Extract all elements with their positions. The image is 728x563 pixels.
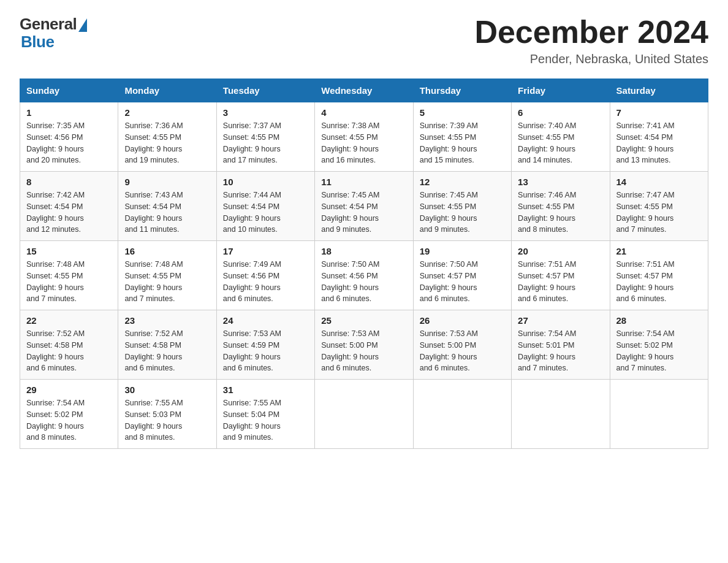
month-title: December 2024 — [474, 15, 708, 50]
calendar-cell: 6Sunrise: 7:40 AMSunset: 4:55 PMDaylight… — [512, 102, 610, 172]
weekday-header-sunday: Sunday — [20, 79, 118, 102]
day-number: 23 — [124, 315, 210, 326]
day-info: Sunrise: 7:45 AMSunset: 4:54 PMDaylight:… — [321, 190, 406, 236]
day-info: Sunrise: 7:47 AMSunset: 4:55 PMDaylight:… — [616, 190, 702, 236]
day-number: 2 — [124, 107, 210, 118]
logo-triangle-icon — [78, 18, 87, 32]
day-number: 7 — [616, 107, 702, 118]
day-number: 19 — [420, 246, 505, 256]
day-info: Sunrise: 7:53 AMSunset: 5:00 PMDaylight:… — [420, 328, 505, 374]
week-row-5: 29Sunrise: 7:54 AMSunset: 5:02 PMDayligh… — [20, 380, 708, 449]
day-number: 31 — [223, 385, 308, 395]
calendar-cell: 24Sunrise: 7:53 AMSunset: 4:59 PMDayligh… — [216, 310, 314, 380]
location: Pender, Nebraska, United States — [474, 52, 708, 66]
day-number: 3 — [223, 107, 308, 118]
calendar-cell: 8Sunrise: 7:42 AMSunset: 4:54 PMDaylight… — [20, 172, 118, 241]
day-info: Sunrise: 7:51 AMSunset: 4:57 PMDaylight:… — [616, 259, 702, 305]
day-number: 10 — [223, 177, 308, 187]
calendar-cell: 18Sunrise: 7:50 AMSunset: 4:56 PMDayligh… — [315, 241, 413, 310]
day-number: 13 — [518, 177, 603, 187]
day-number: 30 — [124, 385, 210, 395]
title-area: December 2024 Pender, Nebraska, United S… — [474, 15, 708, 66]
day-info: Sunrise: 7:52 AMSunset: 4:58 PMDaylight:… — [124, 328, 210, 374]
day-info: Sunrise: 7:42 AMSunset: 4:54 PMDaylight:… — [26, 190, 112, 236]
day-number: 16 — [124, 246, 210, 256]
calendar-cell: 22Sunrise: 7:52 AMSunset: 4:58 PMDayligh… — [20, 310, 118, 380]
page-header: General Blue December 2024 Pender, Nebra… — [20, 15, 708, 66]
day-info: Sunrise: 7:36 AMSunset: 4:55 PMDaylight:… — [124, 120, 210, 166]
calendar-cell — [610, 380, 708, 449]
day-info: Sunrise: 7:54 AMSunset: 5:01 PMDaylight:… — [518, 328, 603, 374]
day-info: Sunrise: 7:48 AMSunset: 4:55 PMDaylight:… — [26, 259, 112, 305]
calendar-cell: 17Sunrise: 7:49 AMSunset: 4:56 PMDayligh… — [216, 241, 314, 310]
weekday-header-saturday: Saturday — [610, 79, 708, 102]
calendar-cell: 26Sunrise: 7:53 AMSunset: 5:00 PMDayligh… — [413, 310, 511, 380]
day-number: 14 — [616, 177, 702, 187]
day-number: 24 — [223, 315, 308, 326]
day-info: Sunrise: 7:38 AMSunset: 4:55 PMDaylight:… — [321, 120, 406, 166]
calendar-cell — [512, 380, 610, 449]
calendar-cell: 7Sunrise: 7:41 AMSunset: 4:54 PMDaylight… — [610, 102, 708, 172]
calendar-cell: 4Sunrise: 7:38 AMSunset: 4:55 PMDaylight… — [315, 102, 413, 172]
day-info: Sunrise: 7:53 AMSunset: 5:00 PMDaylight:… — [321, 328, 406, 374]
day-number: 26 — [420, 315, 505, 326]
day-number: 21 — [616, 246, 702, 256]
calendar-cell — [315, 380, 413, 449]
calendar-cell: 30Sunrise: 7:55 AMSunset: 5:03 PMDayligh… — [118, 380, 216, 449]
day-info: Sunrise: 7:37 AMSunset: 4:55 PMDaylight:… — [223, 120, 308, 166]
calendar-cell: 23Sunrise: 7:52 AMSunset: 4:58 PMDayligh… — [118, 310, 216, 380]
day-number: 20 — [518, 246, 603, 256]
calendar-cell: 20Sunrise: 7:51 AMSunset: 4:57 PMDayligh… — [512, 241, 610, 310]
day-number: 8 — [26, 177, 112, 187]
calendar-cell: 21Sunrise: 7:51 AMSunset: 4:57 PMDayligh… — [610, 241, 708, 310]
day-number: 15 — [26, 246, 112, 256]
day-info: Sunrise: 7:41 AMSunset: 4:54 PMDaylight:… — [616, 120, 702, 166]
day-info: Sunrise: 7:45 AMSunset: 4:55 PMDaylight:… — [420, 190, 505, 236]
calendar-cell: 2Sunrise: 7:36 AMSunset: 4:55 PMDaylight… — [118, 102, 216, 172]
calendar-cell: 14Sunrise: 7:47 AMSunset: 4:55 PMDayligh… — [610, 172, 708, 241]
day-info: Sunrise: 7:55 AMSunset: 5:03 PMDaylight:… — [124, 397, 210, 443]
day-number: 17 — [223, 246, 308, 256]
calendar-table: SundayMondayTuesdayWednesdayThursdayFrid… — [20, 79, 708, 449]
day-info: Sunrise: 7:35 AMSunset: 4:56 PMDaylight:… — [26, 120, 112, 166]
week-row-3: 15Sunrise: 7:48 AMSunset: 4:55 PMDayligh… — [20, 241, 708, 310]
week-row-4: 22Sunrise: 7:52 AMSunset: 4:58 PMDayligh… — [20, 310, 708, 380]
calendar-cell: 27Sunrise: 7:54 AMSunset: 5:01 PMDayligh… — [512, 310, 610, 380]
day-info: Sunrise: 7:51 AMSunset: 4:57 PMDaylight:… — [518, 259, 603, 305]
day-number: 9 — [124, 177, 210, 187]
calendar-cell — [413, 380, 511, 449]
day-info: Sunrise: 7:44 AMSunset: 4:54 PMDaylight:… — [223, 190, 308, 236]
logo-general-text: General — [20, 15, 77, 34]
calendar-cell: 3Sunrise: 7:37 AMSunset: 4:55 PMDaylight… — [216, 102, 314, 172]
day-number: 25 — [321, 315, 406, 326]
day-info: Sunrise: 7:50 AMSunset: 4:57 PMDaylight:… — [420, 259, 505, 305]
calendar-cell: 31Sunrise: 7:55 AMSunset: 5:04 PMDayligh… — [216, 380, 314, 449]
calendar-cell: 29Sunrise: 7:54 AMSunset: 5:02 PMDayligh… — [20, 380, 118, 449]
calendar-cell: 15Sunrise: 7:48 AMSunset: 4:55 PMDayligh… — [20, 241, 118, 310]
day-info: Sunrise: 7:43 AMSunset: 4:54 PMDaylight:… — [124, 190, 210, 236]
calendar-cell: 5Sunrise: 7:39 AMSunset: 4:55 PMDaylight… — [413, 102, 511, 172]
day-number: 12 — [420, 177, 505, 187]
day-info: Sunrise: 7:40 AMSunset: 4:55 PMDaylight:… — [518, 120, 603, 166]
day-number: 11 — [321, 177, 406, 187]
logo-blue-text: Blue — [20, 33, 54, 52]
calendar-cell: 11Sunrise: 7:45 AMSunset: 4:54 PMDayligh… — [315, 172, 413, 241]
weekday-header-row: SundayMondayTuesdayWednesdayThursdayFrid… — [20, 79, 708, 102]
day-number: 29 — [26, 385, 112, 395]
calendar-cell: 10Sunrise: 7:44 AMSunset: 4:54 PMDayligh… — [216, 172, 314, 241]
day-number: 5 — [420, 107, 505, 118]
day-number: 4 — [321, 107, 406, 118]
day-number: 27 — [518, 315, 603, 326]
day-info: Sunrise: 7:55 AMSunset: 5:04 PMDaylight:… — [223, 397, 308, 443]
day-info: Sunrise: 7:46 AMSunset: 4:55 PMDaylight:… — [518, 190, 603, 236]
weekday-header-thursday: Thursday — [413, 79, 511, 102]
week-row-1: 1Sunrise: 7:35 AMSunset: 4:56 PMDaylight… — [20, 102, 708, 172]
calendar-cell: 9Sunrise: 7:43 AMSunset: 4:54 PMDaylight… — [118, 172, 216, 241]
week-row-2: 8Sunrise: 7:42 AMSunset: 4:54 PMDaylight… — [20, 172, 708, 241]
day-number: 18 — [321, 246, 406, 256]
weekday-header-monday: Monday — [118, 79, 216, 102]
calendar-cell: 19Sunrise: 7:50 AMSunset: 4:57 PMDayligh… — [413, 241, 511, 310]
day-number: 28 — [616, 315, 702, 326]
calendar-cell: 16Sunrise: 7:48 AMSunset: 4:55 PMDayligh… — [118, 241, 216, 310]
day-number: 22 — [26, 315, 112, 326]
